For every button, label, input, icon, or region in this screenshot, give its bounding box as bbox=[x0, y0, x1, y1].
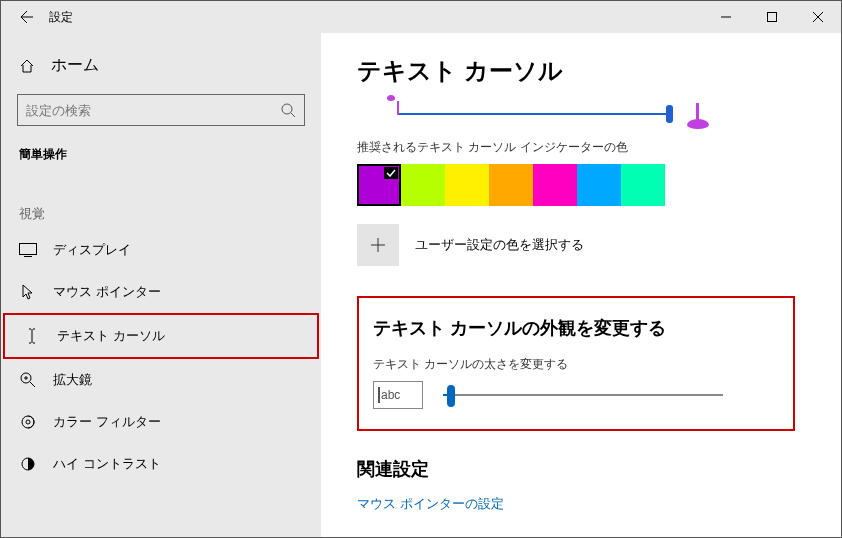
color-filter-icon bbox=[19, 414, 37, 430]
settings-window: 設定 ホーム 簡単操作 視覚 ディスプレイ マウス bbox=[0, 0, 842, 538]
color-swatch-4[interactable] bbox=[533, 164, 577, 206]
search-icon bbox=[280, 102, 296, 118]
plus-icon bbox=[370, 237, 386, 253]
related-settings: 関連設定 マウス ポインターの設定 bbox=[357, 457, 805, 513]
preview-caret bbox=[378, 387, 380, 403]
svg-rect-6 bbox=[20, 244, 37, 255]
color-swatch-5[interactable] bbox=[577, 164, 621, 206]
thickness-row: abc bbox=[373, 381, 779, 409]
maximize-button[interactable] bbox=[749, 1, 795, 33]
contrast-icon bbox=[19, 456, 37, 472]
indicator-line bbox=[399, 113, 673, 115]
titlebar: 設定 bbox=[1, 1, 841, 33]
sidebar-section-vision: 視覚 bbox=[1, 199, 321, 229]
maximize-icon bbox=[767, 12, 777, 22]
close-button[interactable] bbox=[795, 1, 841, 33]
sidebar-item-label: 拡大鏡 bbox=[53, 371, 92, 389]
svg-rect-1 bbox=[768, 13, 777, 22]
preview-text: abc bbox=[381, 388, 400, 402]
indicator-head-left bbox=[387, 95, 395, 101]
thickness-label: テキスト カーソルの太さを変更する bbox=[373, 356, 779, 373]
cursor-indicator-preview bbox=[357, 101, 697, 131]
color-swatch-1[interactable] bbox=[401, 164, 445, 206]
indicator-knob bbox=[666, 105, 673, 123]
pointer-icon bbox=[19, 284, 37, 300]
related-title: 関連設定 bbox=[357, 457, 805, 481]
content: テキスト カーソル 推奨されるテキスト カーソル インジケーターの色 ユーザー設… bbox=[321, 33, 841, 537]
back-button[interactable] bbox=[1, 1, 49, 33]
sidebar-item-label: カラー フィルター bbox=[53, 413, 161, 431]
custom-color-label: ユーザー設定の色を選択する bbox=[415, 236, 584, 254]
search-box[interactable] bbox=[17, 94, 305, 126]
close-icon bbox=[813, 12, 823, 22]
thickness-slider[interactable] bbox=[443, 394, 723, 396]
window-title: 設定 bbox=[49, 9, 73, 26]
svg-point-13 bbox=[26, 420, 30, 424]
thickness-preview: abc bbox=[373, 381, 423, 409]
sidebar-item-magnifier[interactable]: 拡大鏡 bbox=[1, 359, 321, 401]
recommended-color-label: 推奨されるテキスト カーソル インジケーターの色 bbox=[357, 139, 805, 156]
text-cursor-icon bbox=[23, 328, 41, 344]
home-icon bbox=[19, 58, 37, 74]
arrow-left-icon bbox=[17, 9, 33, 25]
search-input[interactable] bbox=[26, 103, 280, 118]
sidebar-item-display[interactable]: ディスプレイ bbox=[1, 229, 321, 271]
add-color-button[interactable] bbox=[357, 224, 399, 266]
home-label: ホーム bbox=[51, 55, 99, 76]
home-nav[interactable]: ホーム bbox=[1, 47, 321, 84]
svg-line-9 bbox=[30, 382, 35, 387]
magnifier-icon bbox=[19, 372, 37, 388]
color-swatch-0[interactable] bbox=[357, 164, 401, 206]
color-swatch-3[interactable] bbox=[489, 164, 533, 206]
sidebar-category: 簡単操作 bbox=[1, 144, 321, 181]
sidebar-item-mouse-pointer[interactable]: マウス ポインター bbox=[1, 271, 321, 313]
sidebar-item-label: ディスプレイ bbox=[53, 241, 131, 259]
sidebar-item-color-filter[interactable]: カラー フィルター bbox=[1, 401, 321, 443]
window-controls bbox=[703, 1, 841, 33]
color-swatch-2[interactable] bbox=[445, 164, 489, 206]
sidebar-item-text-cursor[interactable]: テキスト カーソル bbox=[3, 313, 319, 359]
body: ホーム 簡単操作 視覚 ディスプレイ マウス ポインター テキスト カーソル bbox=[1, 33, 841, 537]
display-icon bbox=[19, 243, 37, 257]
sidebar-item-label: ハイ コントラスト bbox=[53, 455, 161, 473]
indicator-head-right bbox=[687, 119, 709, 129]
page-title: テキスト カーソル bbox=[357, 55, 805, 87]
color-swatches bbox=[357, 164, 805, 206]
custom-color-row[interactable]: ユーザー設定の色を選択する bbox=[357, 224, 805, 266]
sidebar-item-label: マウス ポインター bbox=[53, 283, 161, 301]
color-swatch-6[interactable] bbox=[621, 164, 665, 206]
appearance-title: テキスト カーソルの外観を変更する bbox=[373, 316, 779, 340]
svg-point-4 bbox=[282, 104, 292, 114]
sidebar-item-high-contrast[interactable]: ハイ コントラスト bbox=[1, 443, 321, 485]
related-link-mouse-pointer[interactable]: マウス ポインターの設定 bbox=[357, 495, 805, 513]
sidebar: ホーム 簡単操作 視覚 ディスプレイ マウス ポインター テキスト カーソル bbox=[1, 33, 321, 537]
minimize-icon bbox=[721, 12, 731, 22]
check-icon bbox=[384, 167, 398, 179]
sidebar-item-label: テキスト カーソル bbox=[57, 327, 165, 345]
svg-line-5 bbox=[291, 113, 295, 117]
minimize-button[interactable] bbox=[703, 1, 749, 33]
slider-thumb[interactable] bbox=[447, 385, 455, 407]
appearance-highlight: テキスト カーソルの外観を変更する テキスト カーソルの太さを変更する abc bbox=[357, 296, 795, 431]
